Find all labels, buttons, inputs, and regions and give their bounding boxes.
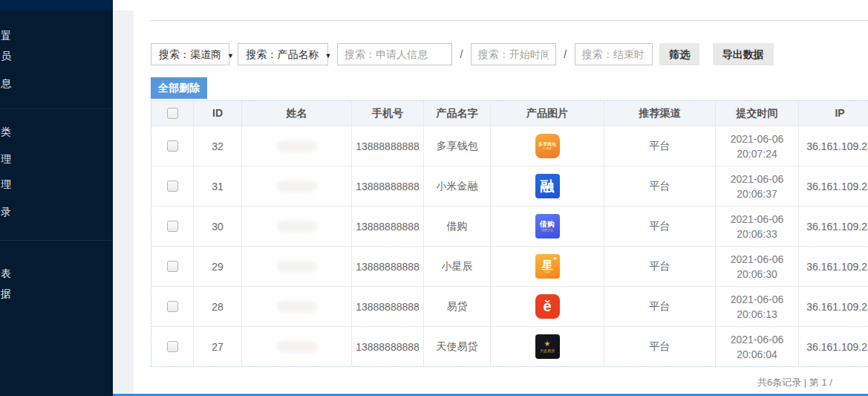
row-checkbox[interactable] <box>167 301 178 312</box>
row-name <box>242 327 352 366</box>
jiegou-app-icon: 借购消费贷款 <box>535 214 560 238</box>
sidebar-divider <box>0 108 113 109</box>
sidebar-menu-item[interactable]: 置 <box>0 25 113 46</box>
row-name <box>242 287 352 326</box>
chevron-down-icon: ▼ <box>227 52 234 59</box>
row-product-image-cell: ★天使易贷 <box>491 327 604 366</box>
row-name <box>242 247 352 286</box>
delete-all-button[interactable]: 全部删除 <box>151 77 207 99</box>
xiaomi-finance-app-icon: 融 <box>535 174 560 198</box>
row-name <box>242 166 352 206</box>
table-row: 3013888888888借购借购消费贷款平台2021-06-0620:06:3… <box>151 206 868 246</box>
channel-select[interactable]: 搜索：渠道商▼ <box>151 43 229 65</box>
date-separator: / <box>455 43 467 65</box>
row-id: 28 <box>194 287 242 326</box>
export-data-button[interactable]: 导出数据 <box>713 43 774 65</box>
header-product: 产品名字 <box>424 101 491 126</box>
content-top-divider <box>150 20 868 21</box>
redacted-name <box>277 221 317 233</box>
table-row: 2713888888888天使易贷★天使易贷平台2021-06-0620:06:… <box>151 326 868 366</box>
filter-button[interactable]: 筛选 <box>659 43 699 65</box>
redacted-name <box>277 341 317 353</box>
sidebar-menu-item[interactable]: 理 <box>0 174 113 195</box>
product-select-label: 搜索：产品名称 <box>246 48 319 60</box>
row-phone: 13888888888 <box>352 126 424 166</box>
row-product-name: 借购 <box>424 207 491 246</box>
row-product-image-cell: 借购消费贷款 <box>491 207 604 246</box>
row-product-name: 易贷 <box>424 287 491 326</box>
tianshi-yidai-app-icon: ★天使易贷 <box>535 334 560 359</box>
row-ip: 36.161.109.23 <box>799 327 868 366</box>
row-phone: 13888888888 <box>352 247 424 286</box>
row-ip: 36.161.109.23 <box>799 287 868 326</box>
row-channel: 平台 <box>604 247 716 286</box>
row-checkbox-cell <box>151 287 194 326</box>
sidebar-gutter <box>113 10 134 396</box>
row-checkbox[interactable] <box>167 181 178 192</box>
row-checkbox-cell <box>151 126 194 166</box>
table-row: 3113888888888小米金融融平台2021-06-0620:06:3736… <box>151 166 868 206</box>
row-checkbox-cell <box>151 166 194 206</box>
row-channel: 平台 <box>604 126 716 166</box>
row-product-image-cell: 融 <box>491 166 604 206</box>
redacted-name <box>277 140 317 152</box>
select-all-checkbox[interactable] <box>167 108 178 119</box>
header-name: 姓名 <box>242 101 352 126</box>
app-icon-glyph: 星 <box>542 259 553 271</box>
row-checkbox[interactable] <box>167 140 178 152</box>
sidebar-menu-item[interactable]: 据 <box>0 283 113 304</box>
row-channel: 平台 <box>604 287 716 326</box>
date-separator: / <box>559 43 571 65</box>
yidai-app-icon: ě <box>535 294 560 319</box>
row-submit-time: 2021-06-0620:07:24 <box>716 126 799 166</box>
table-row: 3213888888888多享钱包多享钱包共享赚平台2021-06-0620:0… <box>151 126 868 166</box>
row-product-image-cell: ě <box>491 287 604 326</box>
sidebar-menu-item[interactable]: 息 <box>0 73 113 94</box>
app-icon-caption: 共享赚 <box>543 147 552 150</box>
row-product-name: 小星辰 <box>424 247 491 286</box>
sidebar-menu-item[interactable]: 类 <box>0 121 113 142</box>
row-product-name: 小米金融 <box>424 166 491 206</box>
row-product-name: 多享钱包 <box>424 126 491 166</box>
row-channel: 平台 <box>604 166 716 206</box>
row-phone: 13888888888 <box>352 207 424 246</box>
end-time-input[interactable] <box>575 43 653 65</box>
table-header-row: ID 姓名 手机号 产品名字 产品图片 推荐渠道 提交时间 IP <box>151 101 868 126</box>
header-channel: 推荐渠道 <box>604 101 716 126</box>
table-row: 2913888888888小星辰星· 小星辰 ·★平台2021-06-0620:… <box>151 246 868 286</box>
row-submit-time: 2021-06-0620:06:33 <box>716 207 799 246</box>
sidebar-menu-item[interactable]: 员 <box>0 45 113 66</box>
sidebar-menu-item[interactable]: 表 <box>0 263 113 284</box>
row-ip: 36.161.109.23 <box>799 166 868 206</box>
pagination-summary: 共6条记录 | 第 1 / <box>757 376 868 389</box>
redacted-name <box>277 301 317 313</box>
records-table: ID 姓名 手机号 产品名字 产品图片 推荐渠道 提交时间 IP 3213888… <box>151 100 868 367</box>
product-select[interactable]: 搜索：产品名称▼ <box>238 43 328 65</box>
row-checkbox[interactable] <box>167 221 178 232</box>
xiaoxingchen-app-icon: 星· 小星辰 ·★ <box>535 254 560 279</box>
row-submit-time: 2021-06-0620:06:13 <box>716 287 799 326</box>
row-checkbox[interactable] <box>167 261 178 272</box>
sidebar-menu-item[interactable]: 理 <box>0 149 113 169</box>
row-phone: 13888888888 <box>352 327 424 366</box>
row-ip: 36.161.109.23 <box>799 247 868 286</box>
app-icon-caption: · 小星辰 · <box>543 271 552 273</box>
row-product-name: 天使易贷 <box>424 327 491 366</box>
start-time-input[interactable] <box>471 43 556 65</box>
chevron-down-icon: ▼ <box>324 52 331 59</box>
star-icon: ★ <box>552 256 557 262</box>
sidebar: 置员息类理理录表据 <box>0 0 113 396</box>
row-id: 31 <box>194 166 242 206</box>
row-checkbox[interactable] <box>167 341 178 352</box>
row-name <box>242 126 352 166</box>
sidebar-menu-item[interactable]: 录 <box>0 201 113 222</box>
row-id: 30 <box>194 207 242 246</box>
applicant-search-input[interactable] <box>337 43 452 65</box>
row-channel: 平台 <box>604 207 716 246</box>
table-row: 2813888888888易贷ě平台2021-06-0620:06:1336.1… <box>151 286 868 326</box>
table-body: 3213888888888多享钱包多享钱包共享赚平台2021-06-0620:0… <box>151 126 868 366</box>
sidebar-divider <box>0 240 113 241</box>
header-image: 产品图片 <box>491 101 604 126</box>
app-icon-glyph: ★ <box>544 340 551 348</box>
app-icon-caption: 天使易贷 <box>540 349 555 353</box>
